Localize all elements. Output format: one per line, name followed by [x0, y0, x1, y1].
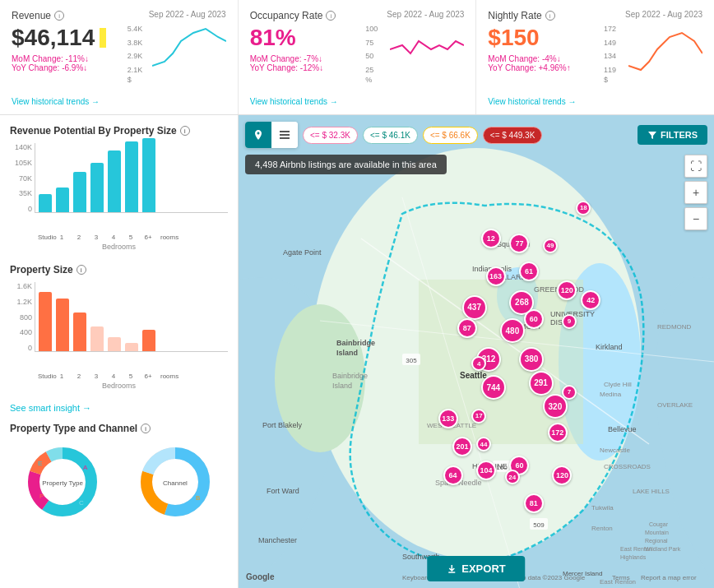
- svg-text:Renton: Renton: [591, 525, 613, 532]
- map-marker[interactable]: 380: [519, 347, 544, 372]
- zoom-in-btn[interactable]: +: [684, 181, 707, 204]
- map-marker[interactable]: 64: [443, 465, 463, 485]
- revenue-view-trends[interactable]: View historical trends →: [12, 97, 100, 106]
- svg-text:Agate Point: Agate Point: [283, 248, 322, 257]
- map-marker[interactable]: 87: [457, 318, 477, 338]
- property-size-chart: 1.6K1.2K8004000: [10, 282, 228, 373]
- bedrooms-label: Bedrooms: [10, 243, 228, 251]
- map-marker[interactable]: 201: [452, 437, 472, 456]
- price-chip-1[interactable]: <= $ 32.3K: [303, 127, 358, 144]
- occupancy-date: Sep 2022 - Aug 2023: [387, 10, 464, 19]
- filters-button[interactable]: FILTERS: [638, 125, 707, 145]
- svg-text:Terms: Terms: [612, 574, 630, 581]
- property-size-bedrooms-label: Bedrooms: [10, 382, 228, 390]
- svg-text:Mountain: Mountain: [645, 530, 669, 535]
- map-marker[interactable]: 437: [462, 295, 487, 320]
- occupancy-info-icon[interactable]: i: [326, 11, 336, 21]
- svg-text:Clyde Hill: Clyde Hill: [604, 381, 632, 388]
- revenue-label: Revenue: [12, 10, 51, 21]
- price-chip-2[interactable]: <= $ 46.1K: [363, 127, 418, 144]
- svg-text:C: C: [79, 499, 84, 507]
- map-marker[interactable]: 49: [543, 238, 558, 253]
- map-marker[interactable]: 291: [529, 371, 554, 396]
- see-insight-label: See smart insight →: [10, 403, 91, 413]
- svg-text:Tukwila: Tukwila: [591, 504, 614, 512]
- nightly-sparkline: 172149134119 $: [604, 25, 702, 82]
- svg-text:Medina: Medina: [600, 391, 622, 398]
- map-marker[interactable]: 133: [438, 409, 458, 428]
- map-marker[interactable]: 320: [543, 394, 568, 419]
- property-type-channel-section: Property Type and Channel i: [10, 423, 228, 523]
- price-chip-3[interactable]: <= $ 66.6K: [423, 127, 478, 144]
- svg-text:OVERLAKE: OVERLAKE: [657, 401, 693, 409]
- occupancy-view-trends[interactable]: View historical trends →: [250, 97, 338, 106]
- map-marker[interactable]: 172: [548, 423, 568, 442]
- channel-donut-svg: Channel A B: [134, 441, 216, 523]
- svg-text:Island: Island: [336, 349, 358, 357]
- list-view-btn[interactable]: [271, 122, 298, 148]
- map-notification: 4,498 Airbnb listings are available in t…: [245, 155, 447, 174]
- map-svg-background: 305 160 509 Bainbridge Island Bainbridge…: [239, 115, 714, 588]
- map-marker[interactable]: 24: [505, 470, 520, 484]
- svg-text:Highlands: Highlands: [620, 554, 647, 561]
- svg-rect-18: [280, 134, 290, 136]
- svg-text:Regional: Regional: [645, 538, 668, 544]
- property-type-channel-label: Property Type and Channel: [10, 423, 137, 434]
- svg-text:A: A: [83, 464, 88, 471]
- svg-text:B: B: [196, 494, 200, 502]
- map-controls: ⛶ + −: [684, 155, 707, 230]
- map-area: <= $ 32.3K <= $ 46.1K <= $ 66.6K <= $ 44…: [239, 115, 714, 588]
- map-marker[interactable]: 9: [562, 314, 577, 329]
- svg-text:LAKE HILLS: LAKE HILLS: [633, 488, 670, 495]
- filter-bar: <= $ 32.3K <= $ 46.1K <= $ 66.6K <= $ 44…: [245, 122, 707, 148]
- map-marker[interactable]: 480: [500, 318, 525, 343]
- svg-text:Channel: Channel: [163, 479, 188, 487]
- map-marker[interactable]: 104: [476, 461, 496, 480]
- revenue-potential-chart: 140K105K70K35K0: [10, 143, 228, 234]
- revenue-potential-label: Revenue Potential By Property Size: [10, 125, 177, 137]
- export-button[interactable]: EXPORT: [427, 556, 525, 581]
- price-chip-4[interactable]: <= $ 449.3K: [483, 127, 543, 144]
- occupancy-sparkline: 100755025 %: [365, 25, 464, 82]
- nightly-label: Nightly Rate: [488, 10, 541, 21]
- property-size-info-icon[interactable]: i: [76, 265, 86, 275]
- fullscreen-btn[interactable]: ⛶: [684, 155, 707, 178]
- map-marker[interactable]: 44: [476, 437, 491, 451]
- svg-text:REDMOND: REDMOND: [657, 323, 692, 331]
- map-marker[interactable]: 17: [471, 409, 486, 424]
- nightly-view-trends[interactable]: View historical trends →: [488, 97, 576, 106]
- map-marker[interactable]: 163: [486, 266, 506, 286]
- map-marker[interactable]: 18: [576, 201, 591, 215]
- svg-text:Bainbridge: Bainbridge: [336, 339, 375, 347]
- revenue-potential-info-icon[interactable]: i: [180, 126, 190, 136]
- see-insight-link[interactable]: See smart insight →: [10, 403, 228, 413]
- svg-text:Google: Google: [246, 572, 275, 581]
- property-type-donut-svg: Property Type E A P C: [21, 441, 104, 523]
- svg-text:Seattle: Seattle: [460, 371, 487, 380]
- main-content: Revenue Potential By Property Size i 140…: [0, 115, 714, 588]
- metrics-row: Revenue i Sep 2022 - Aug 2023 $46,114 Mo…: [0, 0, 714, 115]
- svg-text:Manchester: Manchester: [258, 536, 297, 544]
- map-marker[interactable]: 744: [481, 375, 506, 400]
- revenue-date: Sep 2022 - Aug 2023: [149, 10, 226, 19]
- map-marker[interactable]: 60: [524, 309, 544, 329]
- svg-text:A: A: [196, 464, 201, 471]
- occupancy-label: Occupancy Rate: [250, 10, 323, 21]
- property-type-channel-info-icon[interactable]: i: [141, 424, 151, 433]
- channel-donut-container: Channel A B: [123, 441, 229, 523]
- map-marker[interactable]: 120: [552, 465, 572, 485]
- zoom-out-btn[interactable]: −: [684, 207, 707, 230]
- svg-text:E: E: [38, 460, 42, 467]
- map-marker[interactable]: 12: [481, 229, 501, 248]
- svg-text:Report a map error: Report a map error: [641, 574, 697, 581]
- svg-text:Cougar: Cougar: [649, 521, 669, 528]
- svg-text:Kirkland: Kirkland: [596, 343, 623, 351]
- map-marker[interactable]: 42: [581, 290, 600, 310]
- map-view-btn[interactable]: [245, 122, 271, 148]
- nightly-info-icon[interactable]: i: [545, 11, 555, 21]
- svg-text:Property Type: Property Type: [42, 479, 83, 487]
- map-marker[interactable]: 81: [524, 493, 544, 513]
- revenue-info-icon[interactable]: i: [54, 11, 64, 21]
- property-type-channel-title: Property Type and Channel i: [10, 423, 228, 434]
- revenue-potential-title: Revenue Potential By Property Size i: [10, 125, 228, 137]
